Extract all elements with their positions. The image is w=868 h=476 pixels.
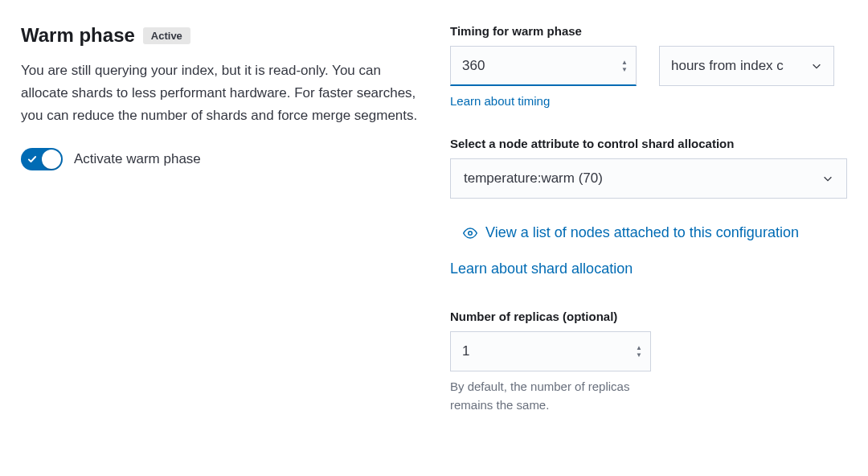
svg-point-0 [469, 231, 473, 235]
number-stepper[interactable]: ▲ ▼ [619, 60, 630, 73]
chevron-down-icon: ▼ [619, 67, 630, 73]
phase-description: You are still querying your index, but i… [21, 60, 421, 127]
status-badge: Active [143, 27, 190, 44]
number-stepper[interactable]: ▲ ▼ [633, 345, 645, 359]
timing-label: Timing for warm phase [450, 24, 847, 38]
allocation-learn-link[interactable]: Learn about shard allocation [450, 261, 633, 277]
node-attribute-value: temperature:warm (70) [464, 170, 603, 187]
chevron-up-icon: ▲ [633, 345, 645, 351]
timing-learn-link[interactable]: Learn about timing [450, 94, 637, 108]
eye-icon [463, 226, 477, 240]
view-nodes-link[interactable]: View a list of nodes attached to this co… [463, 224, 847, 241]
page-title: Warm phase [21, 24, 135, 47]
replicas-label: Number of replicas (optional) [450, 310, 847, 323]
replicas-input[interactable] [450, 331, 651, 371]
activate-toggle[interactable] [21, 148, 63, 170]
timing-unit-select[interactable]: hours from index c [659, 46, 834, 86]
check-icon [27, 154, 37, 164]
chevron-down-icon [811, 60, 822, 72]
chevron-up-icon: ▲ [619, 60, 630, 66]
node-attribute-select[interactable]: temperature:warm (70) [450, 158, 847, 199]
timing-unit-value: hours from index c [671, 58, 805, 74]
toggle-label: Activate warm phase [74, 151, 201, 167]
allocation-label: Select a node attribute to control shard… [450, 137, 847, 150]
view-nodes-text: View a list of nodes attached to this co… [485, 224, 799, 241]
chevron-down-icon [822, 173, 833, 184]
replicas-help-text: By default, the number of replicas remai… [450, 378, 651, 414]
toggle-knob [42, 150, 61, 169]
phase-header: Warm phase Active [21, 24, 421, 47]
timing-input[interactable] [450, 46, 637, 86]
chevron-down-icon: ▼ [633, 352, 645, 359]
